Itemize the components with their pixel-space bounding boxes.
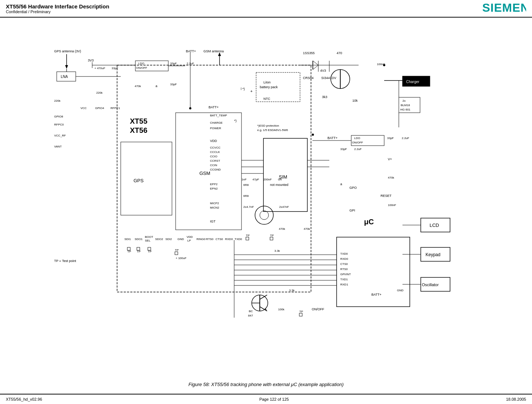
- svg-text:SDI2: SDI2: [165, 237, 172, 241]
- footer-date: 18.08.2005: [506, 397, 526, 401]
- svg-text:47pF: 47pF: [252, 178, 259, 181]
- svg-text:BATT+: BATT+: [209, 105, 219, 109]
- svg-text:ON/OFF: ON/OFF: [136, 66, 147, 70]
- footer-version: XT55/56_hd_v02.96: [6, 397, 42, 401]
- header: XT55/56 Hardware Interface Description C…: [0, 0, 532, 18]
- svg-text:TP: TP: [270, 234, 274, 237]
- svg-text:IGT: IGT: [210, 220, 216, 223]
- svg-text:Keypad: Keypad: [426, 252, 441, 257]
- schematic-diagram: XT55 XT56 GPS GSM GPS antenna (3V) 3V3 L…: [0, 18, 532, 394]
- svg-text:LDO: LDO: [138, 62, 144, 65]
- svg-text:GPS: GPS: [134, 178, 144, 183]
- svg-text:+ 470uF: + 470uF: [94, 67, 105, 70]
- svg-text:VDD: VDD: [187, 235, 193, 239]
- svg-text:a: a: [340, 182, 342, 186]
- svg-text:2x47nF: 2x47nF: [279, 205, 289, 209]
- svg-text:SDO2: SDO2: [155, 237, 163, 241]
- svg-text:CRS04: CRS04: [303, 76, 314, 80]
- svg-text:SIEMENS: SIEMENS: [482, 1, 526, 14]
- svg-text:TXD0: TXD0: [235, 237, 242, 241]
- svg-text:V+: V+: [388, 157, 392, 161]
- svg-text:VCC_RF: VCC_RF: [54, 134, 66, 137]
- svg-text:MICP2: MICP2: [210, 202, 219, 205]
- svg-text:2.2uF: 2.2uF: [354, 147, 362, 151]
- svg-text:VANT: VANT: [54, 145, 62, 148]
- svg-text:SI3441DV: SI3441DV: [321, 76, 336, 80]
- svg-text:SEL: SEL: [145, 239, 151, 242]
- svg-text:BATT+: BATT+: [186, 49, 196, 53]
- svg-text:Oscillator: Oscillator: [422, 283, 439, 287]
- svg-text:200nF: 200nF: [263, 178, 272, 181]
- svg-text:GPIO8: GPIO8: [54, 115, 63, 118]
- svg-text:BATT_TEMP: BATT_TEMP: [210, 114, 227, 117]
- svg-text:XT55: XT55: [130, 117, 147, 125]
- svg-text:6R8: 6R8: [243, 194, 249, 198]
- svg-text:LiIon: LiIon: [263, 81, 271, 84]
- svg-text:BLM18: BLM18: [401, 104, 410, 107]
- svg-text:RXD0: RXD0: [340, 257, 348, 261]
- svg-point-180: [383, 64, 385, 66]
- svg-rect-1: [0, 18, 532, 394]
- svg-text:LCD: LCD: [430, 222, 439, 228]
- svg-text:4V3: 4V3: [320, 69, 326, 72]
- svg-text:XT56: XT56: [130, 126, 147, 134]
- svg-text:3k3: 3k3: [322, 95, 327, 99]
- svg-text:NTC: NTC: [263, 97, 270, 101]
- svg-text:100nF: 100nF: [388, 203, 396, 207]
- svg-text:RTS0: RTS0: [206, 237, 214, 241]
- svg-text:RXD0: RXD0: [225, 237, 233, 241]
- svg-text:SDO1: SDO1: [135, 237, 143, 241]
- svg-text:RXD1: RXD1: [340, 283, 348, 286]
- svg-text:l *): l *): [241, 87, 245, 91]
- svg-text:VDD: VDD: [210, 139, 217, 143]
- svg-text:CCGND: CCGND: [210, 168, 221, 171]
- svg-text:CTS0: CTS0: [340, 262, 348, 266]
- svg-text:CHARGE: CHARGE: [210, 121, 222, 124]
- svg-text:6R8: 6R8: [243, 183, 249, 187]
- svg-text:470k: 470k: [388, 176, 394, 179]
- svg-text:3.3k: 3.3k: [289, 289, 295, 292]
- svg-text:TP: TP: [127, 250, 131, 253]
- svg-text:2x4.7nF: 2x4.7nF: [243, 205, 254, 209]
- svg-text:EPN2: EPN2: [210, 187, 218, 190]
- svg-text:BC: BC: [249, 310, 253, 313]
- svg-text:*)ESD protection: *)ESD protection: [257, 124, 279, 127]
- svg-text:MICN2: MICN2: [210, 206, 219, 209]
- svg-text:BOOT: BOOT: [145, 235, 153, 239]
- svg-text:ON/OFF: ON/OFF: [352, 141, 363, 144]
- svg-text:CCIN: CCIN: [210, 164, 217, 167]
- svg-text:CCVCC: CCVCC: [210, 146, 221, 149]
- svg-point-179: [312, 134, 314, 136]
- svg-text:not mounted: not mounted: [270, 183, 288, 187]
- svg-text:TXD1: TXD1: [340, 278, 348, 281]
- svg-text:TXD0: TXD0: [340, 252, 348, 255]
- svg-text:TP: TP: [246, 234, 250, 237]
- svg-text:TP = Test point: TP = Test point: [54, 259, 76, 263]
- svg-text:ON/OFF: ON/OFF: [312, 307, 324, 311]
- svg-text:μC: μC: [364, 218, 374, 226]
- svg-text:470: 470: [337, 51, 342, 55]
- svg-text:33pF: 33pF: [170, 83, 177, 86]
- svg-text:RFPC0: RFPC0: [54, 123, 64, 126]
- svg-text:2.2uF: 2.2uF: [402, 136, 409, 140]
- svg-text:33pF: 33pF: [112, 67, 118, 70]
- svg-text:220k: 220k: [54, 99, 61, 102]
- siemens-logo: SIEMENS: [482, 1, 526, 16]
- svg-text:LDO: LDO: [354, 136, 360, 140]
- svg-text:GPO: GPO: [349, 186, 357, 190]
- svg-text:BATT+: BATT+: [371, 293, 382, 296]
- svg-text:100k: 100k: [278, 308, 285, 311]
- figure-caption: Figure 58: XT55/56 tracking phone with e…: [0, 382, 532, 387]
- svg-text:470k: 470k: [279, 227, 285, 231]
- svg-text:EPP2: EPP2: [210, 183, 218, 186]
- svg-text:CCIO: CCIO: [210, 155, 217, 158]
- svg-text:GPIO4: GPIO4: [95, 106, 104, 110]
- svg-text:2x: 2x: [402, 99, 405, 102]
- svg-text:RING0: RING0: [196, 237, 206, 241]
- svg-text:RFPC1: RFPC1: [110, 106, 120, 110]
- svg-text:GND: GND: [397, 289, 404, 292]
- footer: XT55/56_hd_v02.96 Page 122 of 125 18.08.…: [0, 394, 532, 404]
- svg-text:+ 100uF: + 100uF: [176, 257, 187, 260]
- svg-text:GPI/INT: GPI/INT: [340, 273, 351, 276]
- svg-text:battery pack: battery pack: [260, 85, 278, 89]
